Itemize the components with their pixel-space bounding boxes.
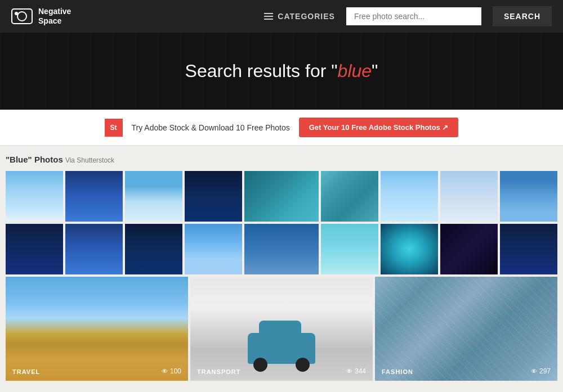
card-count-travel: 👁 100: [162, 367, 181, 375]
hero-section: Search results for "blue": [0, 33, 563, 110]
section-title: "Blue" Photos Via Shutterstock: [6, 155, 557, 164]
thumbnail[interactable]: [500, 171, 557, 222]
adobe-promo-text: Try Adobe Stock & Download 10 Free Photo…: [132, 123, 290, 132]
thumbnail[interactable]: [440, 171, 498, 222]
card-count-fashion: 👁 297: [531, 367, 551, 375]
thumbnail[interactable]: [125, 224, 182, 274]
thumbnail[interactable]: [125, 171, 182, 222]
search-button[interactable]: SEARCH: [493, 6, 552, 26]
thumbnail[interactable]: [185, 224, 242, 274]
thumbnail[interactable]: [440, 224, 498, 274]
large-card-row: TRAVEL 👁 100 TRANSPORT 👁 344 FASHION 👁 2…: [6, 277, 557, 381]
via-text: Via Shutterstock: [65, 156, 114, 164]
thumbnail[interactable]: [321, 171, 378, 222]
thumbnail-row-1: [6, 171, 557, 222]
search-keyword: blue: [338, 61, 372, 81]
categories-label: CATEGORIES: [278, 12, 335, 21]
hamburger-icon: [264, 13, 273, 20]
large-card-fashion[interactable]: FASHION 👁 297: [375, 277, 557, 381]
eye-icon: 👁: [531, 368, 537, 375]
adobe-banner: St Try Adobe Stock & Download 10 Free Ph…: [0, 110, 563, 146]
header: Negative Space CATEGORIES SEARCH: [0, 0, 563, 33]
thumbnail[interactable]: [185, 171, 242, 222]
eye-icon: 👁: [346, 368, 352, 375]
card-label-travel: TRAVEL: [12, 368, 40, 375]
thumbnail[interactable]: [244, 224, 319, 274]
card-count-transport: 👁 344: [346, 367, 366, 375]
adobe-cta-button[interactable]: Get Your 10 Free Adobe Stock Photos ↗: [299, 118, 459, 137]
jeans-image: [375, 277, 557, 381]
thumbnail[interactable]: [6, 171, 63, 222]
hero-title: Search results for "blue": [11, 61, 552, 82]
thumbnail[interactable]: [65, 224, 123, 274]
logo[interactable]: Negative Space: [11, 7, 71, 26]
thumbnail[interactable]: [244, 171, 319, 222]
eye-icon: 👁: [162, 368, 168, 375]
card-label-fashion: FASHION: [382, 368, 413, 375]
adobe-logo: St: [105, 119, 123, 137]
logo-icon: [11, 8, 33, 24]
thumbnail-row-2: [6, 224, 557, 274]
logo-text: Negative Space: [38, 7, 71, 26]
thumbnail[interactable]: [6, 224, 63, 274]
thumbnail[interactable]: [500, 224, 557, 274]
card-label-transport: TRANSPORT: [197, 368, 240, 375]
large-card-travel[interactable]: TRAVEL 👁 100: [6, 277, 188, 381]
travel-image: [6, 277, 188, 381]
thumbnail[interactable]: [321, 224, 378, 274]
photos-section: "Blue" Photos Via Shutterstock TRAVEL: [0, 146, 563, 389]
categories-button[interactable]: CATEGORIES: [264, 12, 335, 21]
thumbnail[interactable]: [65, 171, 123, 222]
large-card-transport[interactable]: TRANSPORT 👁 344: [190, 277, 373, 381]
thumbnail[interactable]: [381, 171, 438, 222]
search-input[interactable]: [346, 7, 481, 25]
thumbnail[interactable]: [381, 224, 438, 274]
car-shape: [248, 333, 315, 364]
